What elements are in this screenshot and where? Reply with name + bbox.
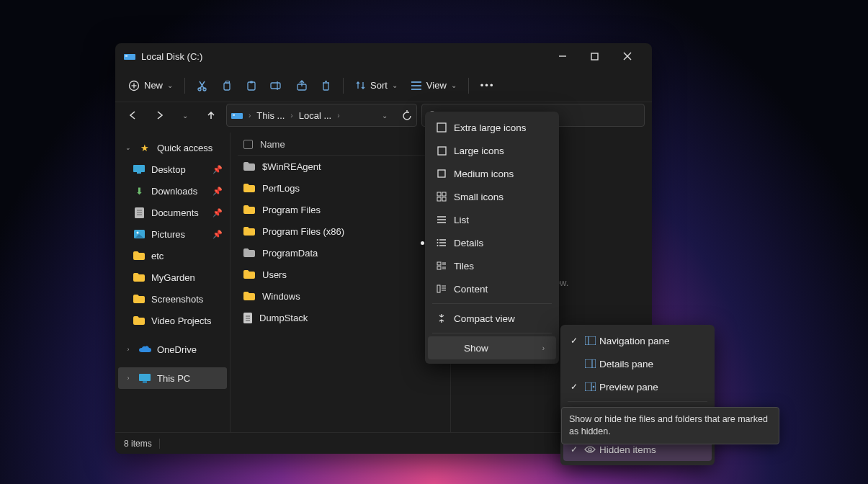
sidebar-label: Screenshots — [151, 294, 203, 305]
cut-icon — [197, 80, 208, 91]
menu-label: Medium icons — [454, 169, 514, 179]
recent-button[interactable]: ⌄ — [174, 104, 196, 126]
expand-icon[interactable]: › — [124, 375, 133, 382]
paste-button[interactable] — [240, 73, 263, 98]
maximize-button[interactable] — [578, 45, 611, 67]
menu-item-medium-icons[interactable]: Medium icons — [428, 162, 556, 185]
sidebar-label: Quick access — [157, 143, 212, 153]
menu-item-content[interactable]: Content — [428, 277, 556, 300]
sidebar-item-video-projects[interactable]: Video Projects — [118, 310, 227, 331]
svg-rect-61 — [437, 285, 440, 292]
up-button[interactable] — [200, 104, 222, 126]
minimize-button[interactable] — [546, 45, 578, 67]
column-label: Name — [260, 139, 285, 150]
folder-icon — [243, 162, 255, 171]
address-bar[interactable]: › This ... › Local ... › ⌄ — [226, 104, 417, 127]
folder-icon — [133, 316, 146, 325]
menu-label: Show — [464, 343, 488, 354]
menu-item-extra-large-icons[interactable]: Extra large icons — [428, 116, 556, 139]
file-row[interactable]: Users — [238, 264, 444, 285]
collapse-icon[interactable]: ⌄ — [124, 144, 133, 151]
folder-icon — [133, 295, 146, 303]
chevron-down-icon: ⌄ — [392, 81, 398, 89]
file-row[interactable]: DumpStack — [238, 307, 444, 328]
view-label: View — [426, 80, 447, 91]
sidebar-label: MyGarden — [151, 272, 195, 283]
menu-item-small-icons[interactable]: Small icons — [428, 185, 556, 208]
chevron-right-icon: › — [514, 344, 545, 352]
select-all-checkbox[interactable] — [243, 140, 253, 149]
chevron-down-icon: ⌄ — [167, 81, 173, 89]
view-button[interactable]: View ⌄ — [405, 73, 462, 98]
sidebar-item-quick-access[interactable]: ⌄ ★ Quick access — [118, 137, 227, 158]
sidebar-item-documents[interactable]: Documents 📌 — [118, 202, 227, 223]
menu-item-compact-view[interactable]: Compact view — [428, 307, 556, 330]
share-icon — [296, 80, 308, 91]
menu-item-details-pane[interactable]: Details pane — [563, 352, 712, 375]
file-row[interactable]: Windows — [238, 285, 444, 307]
forward-button[interactable] — [148, 104, 170, 126]
file-list[interactable]: Name ⌃ $WinREAgent PerfLogs Program File… — [231, 133, 450, 432]
window-title: Local Disk (C:) — [141, 51, 546, 62]
more-button[interactable]: ••• — [475, 73, 501, 98]
details-icon — [435, 238, 448, 247]
breadcrumb-segment[interactable]: Local ... — [299, 110, 332, 121]
menu-item-preview-pane[interactable]: ✓Preview pane — [563, 375, 712, 398]
svg-rect-40 — [438, 147, 446, 155]
navigation-row: ⌄ › This ... › Local ... › ⌄ — [115, 102, 652, 133]
refresh-icon[interactable] — [402, 110, 412, 120]
svg-rect-3 — [591, 53, 598, 60]
new-button[interactable]: New ⌄ — [122, 73, 179, 98]
breadcrumb-segment[interactable]: This ... — [256, 110, 285, 121]
titlebar[interactable]: Local Disk (C:) — [115, 43, 652, 69]
toolbar: New ⌄ Sort ⌄ View ⌄ ••• — [115, 69, 652, 102]
pin-icon: 📌 — [212, 230, 223, 239]
file-name: Users — [262, 269, 287, 280]
check-icon: ✓ — [571, 444, 578, 454]
menu-label: Details — [454, 238, 483, 248]
menu-item-show[interactable]: Show› — [428, 336, 556, 359]
copy-button[interactable] — [215, 73, 238, 98]
rename-button[interactable] — [264, 73, 289, 98]
sidebar-item-etc[interactable]: etc — [118, 245, 227, 266]
menu-item-list[interactable]: List — [428, 208, 556, 231]
pc-icon — [138, 374, 151, 383]
file-row[interactable]: Program Files — [238, 199, 444, 220]
svg-point-71 — [592, 386, 594, 388]
svg-rect-65 — [585, 336, 596, 345]
share-button[interactable] — [290, 73, 313, 98]
menu-item-tiles[interactable]: Tiles — [428, 254, 556, 277]
expand-icon[interactable]: › — [124, 346, 133, 353]
sidebar-item-onedrive[interactable]: › OneDrive — [118, 339, 227, 360]
cut-button[interactable] — [191, 73, 214, 98]
download-icon: ⬇ — [133, 186, 146, 197]
sort-button[interactable]: Sort ⌄ — [349, 73, 403, 98]
chevron-down-icon[interactable]: ⌄ — [382, 112, 388, 120]
file-name: Windows — [262, 291, 300, 302]
list-icon — [435, 215, 448, 224]
file-row[interactable]: Program Files (x86) — [238, 220, 444, 242]
file-row[interactable]: $WinREAgent — [238, 156, 444, 177]
sidebar-item-this-pc[interactable]: › This PC — [118, 367, 227, 389]
svg-rect-15 — [271, 83, 280, 89]
menu-item-navigation-pane[interactable]: ✓Navigation pane — [563, 329, 712, 352]
file-name: PerfLogs — [262, 183, 300, 194]
column-header-name[interactable]: Name ⌃ — [238, 134, 444, 156]
sidebar-item-desktop[interactable]: Desktop 📌 — [118, 158, 227, 180]
delete-button[interactable] — [315, 73, 337, 98]
menu-item-details[interactable]: Details — [428, 231, 556, 254]
menu-separator — [568, 401, 707, 402]
sidebar-item-downloads[interactable]: ⬇ Downloads 📌 — [118, 180, 227, 202]
menu-label: Large icons — [454, 145, 504, 156]
menu-item-large-icons[interactable]: Large icons — [428, 139, 556, 162]
svg-rect-45 — [442, 197, 446, 201]
file-row[interactable]: PerfLogs — [238, 177, 444, 199]
sidebar-item-screenshots[interactable]: Screenshots — [118, 288, 227, 310]
sidebar-item-mygarden[interactable]: MyGarden — [118, 266, 227, 288]
file-row[interactable]: ProgramData — [238, 242, 444, 264]
close-button[interactable] — [611, 45, 643, 67]
sidebar-item-pictures[interactable]: Pictures 📌 — [118, 223, 227, 245]
svg-rect-67 — [585, 359, 596, 368]
back-button[interactable] — [122, 104, 144, 126]
sidebar-label: Downloads — [151, 186, 197, 197]
